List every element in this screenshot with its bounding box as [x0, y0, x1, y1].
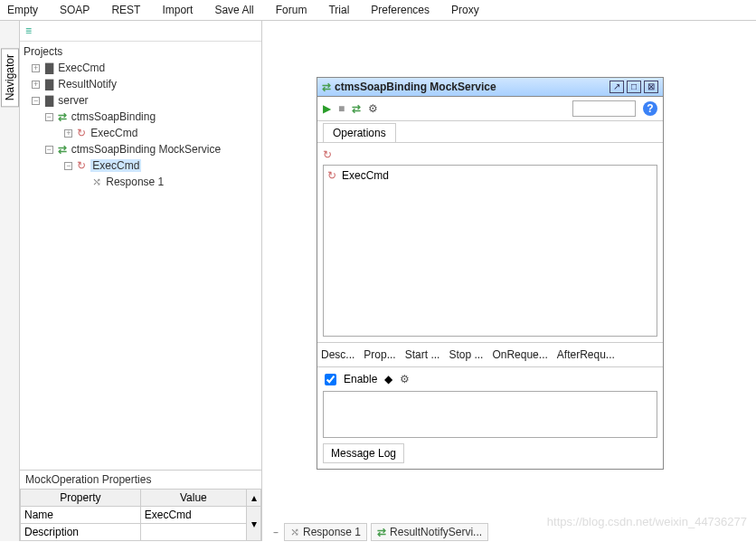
watermark: https://blog.csdn.net/weixin_44736277: [547, 515, 747, 528]
help-icon[interactable]: ?: [643, 101, 657, 116]
transfer-icon[interactable]: ⇄: [352, 102, 361, 115]
enable-checkbox[interactable]: [325, 374, 336, 385]
enable-label: Enable: [344, 373, 377, 385]
gear-icon[interactable]: ⚙: [368, 102, 378, 115]
tabs: Operations: [317, 121, 663, 143]
play-icon[interactable]: ▶: [323, 102, 331, 115]
content-area: ⇄ ctmsSoapBinding MockService ↗ □ ⊠ ▶ ■ …: [262, 21, 756, 541]
desc-button[interactable]: Desc...: [321, 348, 354, 361]
bottom-tabs: -- ⤭Response 1 ⇄ResultNotifyServi...: [269, 523, 488, 541]
tree-item-binding-exec[interactable]: +↻ExecCmd: [24, 125, 258, 141]
sidebar-toolbar: ≡: [20, 21, 261, 42]
enable-row: Enable ◆ ⚙: [317, 367, 663, 391]
close-icon[interactable]: ⊠: [644, 81, 658, 93]
tree-item-server[interactable]: −▇server: [24, 92, 258, 109]
menubar: Empty SOAP REST Import Save All Forum Tr…: [0, 0, 756, 21]
stop-icon[interactable]: ■: [338, 102, 345, 115]
col-property[interactable]: Property: [21, 490, 141, 507]
filter-input[interactable]: [572, 100, 636, 117]
table-row[interactable]: NameExecCmd▾: [21, 507, 261, 524]
service-icon: ⇄: [322, 81, 331, 93]
sidebar: ≡ Projects +▇ExecCmd +▇ResultNotify −▇se…: [20, 21, 262, 541]
col-value[interactable]: Value: [140, 490, 246, 507]
eraser-icon[interactable]: ◆: [384, 373, 392, 385]
tree-item-execcmd[interactable]: +▇ExecCmd: [24, 60, 258, 76]
minimize-icon[interactable]: ↗: [610, 81, 624, 93]
window-toolbar: ▶ ■ ⇄ ⚙ ?: [317, 97, 663, 121]
tab-response1[interactable]: ⤭Response 1: [284, 523, 367, 541]
menu-trial[interactable]: Trial: [328, 4, 349, 16]
properties-table: Property Value ▴ NameExecCmd▾ Descriptio…: [20, 489, 261, 541]
tab-resultnotify[interactable]: ⇄ResultNotifyServi...: [371, 523, 488, 541]
start-button[interactable]: Start ...: [405, 348, 440, 361]
scroll-up-icon[interactable]: ▴: [247, 490, 261, 507]
table-row[interactable]: Description: [21, 524, 261, 541]
menu-import[interactable]: Import: [162, 4, 193, 16]
list-icon[interactable]: ≡: [25, 24, 32, 37]
tree-item-mockservice[interactable]: −⇄ctmsSoapBinding MockService: [24, 141, 258, 157]
menu-soap[interactable]: SOAP: [60, 4, 90, 16]
tree-item-response1[interactable]: ⤭Response 1: [24, 174, 258, 190]
navigator-tab[interactable]: Navigator: [0, 21, 20, 541]
dash-label: --: [273, 526, 277, 538]
stop-button[interactable]: Stop ...: [449, 348, 483, 361]
scroll-down-icon[interactable]: ▾: [247, 507, 261, 541]
response-icon: ⤭: [290, 526, 299, 538]
refresh-icon[interactable]: ↻: [323, 148, 657, 161]
onrequest-button[interactable]: OnReque...: [492, 348, 547, 361]
log-gear-icon[interactable]: ⚙: [400, 373, 410, 385]
menu-empty[interactable]: Empty: [7, 4, 38, 16]
project-tree[interactable]: Projects +▇ExecCmd +▇ResultNotify −▇serv…: [20, 42, 261, 470]
tree-root[interactable]: Projects: [24, 43, 258, 60]
tab-operations[interactable]: Operations: [323, 123, 396, 142]
log-box[interactable]: [323, 391, 657, 438]
mockservice-window: ⇄ ctmsSoapBinding MockService ↗ □ ⊠ ▶ ■ …: [317, 77, 664, 470]
properties-panel: MockOperation Properties Property Value …: [20, 470, 261, 541]
menu-rest[interactable]: REST: [111, 4, 140, 16]
service-icon: ⇄: [377, 526, 386, 538]
menu-preferences[interactable]: Preferences: [371, 4, 430, 16]
prop-button[interactable]: Prop...: [364, 348, 395, 361]
properties-title: MockOperation Properties: [20, 471, 261, 489]
navigator-label: Navigator: [1, 48, 19, 107]
window-title: ctmsSoapBinding MockService: [335, 81, 607, 93]
message-log-tab[interactable]: Message Log: [323, 443, 657, 463]
menu-proxy[interactable]: Proxy: [451, 4, 479, 16]
window-titlebar[interactable]: ⇄ ctmsSoapBinding MockService ↗ □ ⊠: [317, 78, 663, 97]
maximize-icon[interactable]: □: [627, 81, 641, 93]
tree-item-resultnotify[interactable]: +▇ResultNotify: [24, 76, 258, 92]
afterrequest-button[interactable]: AfterRequ...: [557, 348, 615, 361]
tree-item-binding[interactable]: −⇄ctmsSoapBinding: [24, 109, 258, 125]
menu-forum[interactable]: Forum: [276, 4, 307, 16]
operation-label: ExecCmd: [342, 169, 389, 182]
list-item[interactable]: ↻ ExecCmd: [327, 169, 653, 182]
tree-item-mock-exec[interactable]: −↻ExecCmd: [24, 157, 258, 174]
action-buttons: Desc... Prop... Start ... Stop ... OnReq…: [317, 342, 663, 367]
menu-save-all[interactable]: Save All: [214, 4, 253, 16]
operation-icon: ↻: [327, 169, 336, 182]
operations-list[interactable]: ↻ ExecCmd: [323, 165, 657, 337]
